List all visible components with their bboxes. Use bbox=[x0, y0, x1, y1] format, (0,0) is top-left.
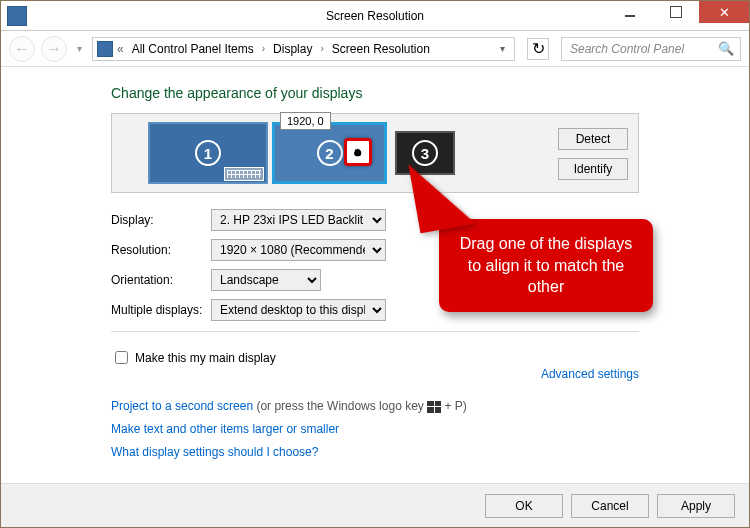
main-display-label: Make this my main display bbox=[135, 351, 276, 365]
nav-history-dropdown[interactable]: ▾ bbox=[73, 43, 86, 54]
navbar: ← → ▾ « All Control Panel Items › Displa… bbox=[1, 31, 749, 67]
window-root: Screen Resolution ← → ▾ « All Control Pa… bbox=[0, 0, 750, 528]
project-suffix: (or press the Windows logo key + P) bbox=[253, 399, 467, 413]
close-button[interactable] bbox=[699, 1, 749, 23]
titlebar[interactable]: Screen Resolution bbox=[1, 1, 749, 31]
position-tooltip: 1920, 0 bbox=[280, 112, 331, 130]
instruction-callout: Drag one of the displays to align it to … bbox=[439, 219, 653, 312]
breadcrumb-dropdown[interactable]: ▾ bbox=[494, 43, 510, 54]
main-display-checkbox[interactable] bbox=[115, 351, 128, 364]
search-icon[interactable]: 🔍 bbox=[718, 41, 734, 56]
callout-text: Drag one of the displays to align it to … bbox=[460, 235, 633, 295]
ok-button[interactable]: OK bbox=[485, 494, 563, 518]
resolution-select[interactable]: 1920 × 1080 (Recommended) bbox=[211, 239, 386, 261]
separator bbox=[111, 331, 639, 332]
taskbar-icon bbox=[224, 167, 264, 181]
window-controls bbox=[607, 1, 749, 30]
minimize-button[interactable] bbox=[607, 1, 653, 23]
project-second-screen-link[interactable]: Project to a second screen bbox=[111, 399, 253, 413]
chevron-right-icon: › bbox=[260, 43, 267, 54]
advanced-settings-link[interactable]: Advanced settings bbox=[541, 367, 639, 381]
grab-cursor-icon bbox=[344, 138, 372, 166]
resolution-label: Resolution: bbox=[111, 243, 211, 257]
display-arrangement[interactable]: 1920, 0 1 2 3 Detect Identify bbox=[111, 113, 639, 193]
windows-key-icon bbox=[427, 401, 441, 413]
nav-back-button[interactable]: ← bbox=[9, 36, 35, 62]
breadcrumb-leading-chevron[interactable]: « bbox=[115, 42, 126, 56]
refresh-button[interactable]: ↻ bbox=[527, 38, 549, 60]
detect-button[interactable]: Detect bbox=[558, 128, 628, 150]
monitor-1[interactable]: 1 bbox=[148, 122, 268, 184]
text-larger-link[interactable]: Make text and other items larger or smal… bbox=[111, 422, 339, 436]
which-settings-link[interactable]: What display settings should I choose? bbox=[111, 445, 318, 459]
search-box[interactable]: 🔍 bbox=[561, 37, 741, 61]
nav-forward-button[interactable]: → bbox=[41, 36, 67, 62]
cancel-button[interactable]: Cancel bbox=[571, 494, 649, 518]
monitor-number: 2 bbox=[317, 140, 343, 166]
multiple-displays-label: Multiple displays: bbox=[111, 303, 211, 317]
breadcrumb-item-display[interactable]: Display bbox=[269, 40, 316, 58]
control-panel-icon bbox=[97, 41, 113, 57]
callout-tail bbox=[408, 155, 475, 234]
display-select[interactable]: 2. HP 23xi IPS LED Backlit Monitor bbox=[211, 209, 386, 231]
breadcrumb[interactable]: « All Control Panel Items › Display › Sc… bbox=[92, 37, 515, 61]
app-icon bbox=[7, 6, 27, 26]
orientation-select[interactable]: Landscape bbox=[211, 269, 321, 291]
breadcrumb-item-current[interactable]: Screen Resolution bbox=[328, 40, 434, 58]
multiple-displays-select[interactable]: Extend desktop to this display bbox=[211, 299, 386, 321]
chevron-right-icon: › bbox=[318, 43, 325, 54]
monitor-number: 1 bbox=[195, 140, 221, 166]
identify-button[interactable]: Identify bbox=[558, 158, 628, 180]
orientation-label: Orientation: bbox=[111, 273, 211, 287]
display-label: Display: bbox=[111, 213, 211, 227]
apply-button[interactable]: Apply bbox=[657, 494, 735, 518]
breadcrumb-item-all[interactable]: All Control Panel Items bbox=[128, 40, 258, 58]
page-heading: Change the appearance of your displays bbox=[111, 85, 639, 101]
maximize-button[interactable] bbox=[653, 1, 699, 23]
dialog-footer: OK Cancel Apply bbox=[1, 483, 749, 527]
search-input[interactable] bbox=[568, 41, 718, 57]
